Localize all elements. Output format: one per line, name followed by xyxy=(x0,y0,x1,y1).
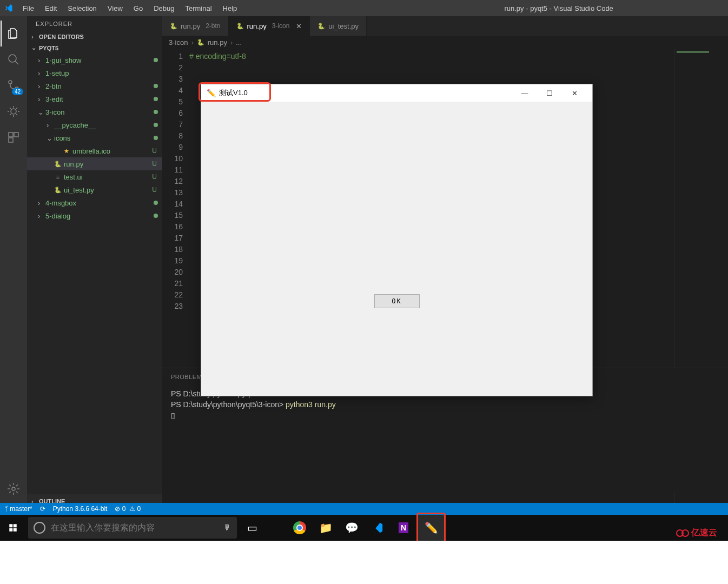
sidebar: EXPLORER OPEN EDITORS PYQT5 1-gui_show1-… xyxy=(27,16,162,508)
tree-label: 1-setup xyxy=(45,69,162,77)
scm-badge: 42 xyxy=(12,88,23,95)
minimize-button[interactable]: — xyxy=(512,84,537,102)
python-icon: 🐍 xyxy=(170,22,177,30)
gear-icon xyxy=(7,482,20,495)
tree-item-4-msgbox[interactable]: 4-msgbox xyxy=(27,196,162,209)
menu-debug[interactable]: Debug xyxy=(148,2,180,15)
tree-label: umbrella.ico xyxy=(72,147,150,155)
tree-item-1-gui-show[interactable]: 1-gui_show xyxy=(27,54,162,67)
activity-settings[interactable] xyxy=(1,476,27,502)
menu-terminal[interactable]: Terminal xyxy=(180,2,217,15)
modified-dot xyxy=(154,123,158,127)
open-editors-section[interactable]: OPEN EDITORS xyxy=(27,31,162,42)
pyqt-titlebar[interactable]: ✏️ 测试V1.0 — ☐ ✕ xyxy=(201,84,592,102)
status-sync[interactable]: ⟳ xyxy=(40,505,45,513)
tree-item-ui-test-py[interactable]: 🐍ui_test.pyU xyxy=(27,183,162,196)
svg-rect-4 xyxy=(9,132,13,137)
maximize-button[interactable]: ☐ xyxy=(537,84,562,102)
tree-item-2-btn[interactable]: 2-btn xyxy=(27,79,162,92)
search-placeholder: 在这里输入你要搜索的内容 xyxy=(51,522,217,534)
cortana-icon xyxy=(34,522,45,534)
status-python[interactable]: Python 3.6.6 64-bit xyxy=(53,505,108,513)
ui-icon: ≡ xyxy=(54,173,62,181)
activity-explorer[interactable] xyxy=(1,21,27,47)
python-icon: 🐍 xyxy=(54,186,62,194)
close-button[interactable]: ✕ xyxy=(562,84,587,102)
taskbar-app-running[interactable]: ✏️ xyxy=(418,515,444,541)
taskbar-search[interactable]: 在这里输入你要搜索的内容 🎙 xyxy=(28,517,237,539)
star-icon: ★ xyxy=(63,147,70,155)
taskbar-chrome[interactable] xyxy=(287,515,313,541)
sidebar-title: EXPLORER xyxy=(27,16,162,31)
breadcrumb-part[interactable]: 3-icon xyxy=(169,38,188,47)
taskbar-vscode[interactable] xyxy=(365,515,391,541)
breadcrumb-part[interactable]: ... xyxy=(236,38,242,47)
tab-filename: run.py xyxy=(181,22,200,30)
chevron-icon xyxy=(38,212,43,220)
menu-help[interactable]: Help xyxy=(217,2,243,15)
tab-folder: 2-btn xyxy=(206,22,220,30)
menu-edit[interactable]: Edit xyxy=(39,2,62,15)
chevron-icon xyxy=(47,134,52,142)
svg-rect-6 xyxy=(9,138,13,142)
close-icon[interactable]: ✕ xyxy=(296,22,302,30)
untracked-badge: U xyxy=(152,186,157,194)
svg-rect-5 xyxy=(14,132,18,137)
python-icon: 🐍 xyxy=(236,22,244,30)
watermark: 亿速云 xyxy=(676,527,717,539)
tree-item-test-ui[interactable]: ≡test.uiU xyxy=(27,170,162,183)
project-section[interactable]: PYQT5 xyxy=(27,42,162,54)
taskbar-explorer[interactable]: 📁 xyxy=(313,515,339,541)
chevron-icon xyxy=(38,108,43,116)
breadcrumb-part[interactable]: run.py xyxy=(208,38,227,47)
tree-item---pycache--[interactable]: __pycache__ xyxy=(27,118,162,131)
tree-item-icons[interactable]: icons xyxy=(27,131,162,144)
tab-run-py[interactable]: 🐍run.py2-btn xyxy=(162,16,229,36)
tree-item-3-icon[interactable]: 3-icon xyxy=(27,105,162,118)
tree-label: ui_test.py xyxy=(64,186,150,194)
status-problems[interactable]: ⊘ 0 ⚠ 0 xyxy=(115,505,141,513)
activity-search[interactable] xyxy=(1,47,27,72)
chevron-icon xyxy=(38,95,43,103)
tree-item-run-py[interactable]: 🐍run.pyU xyxy=(27,157,162,170)
tree-item-5-dialog[interactable]: 5-dialog xyxy=(27,209,162,222)
mic-icon[interactable]: 🎙 xyxy=(223,523,231,533)
taskbar-onenote[interactable]: N xyxy=(391,515,416,541)
tree-label: 3-icon xyxy=(45,108,151,116)
untracked-badge: U xyxy=(152,160,157,168)
chevron-icon xyxy=(38,199,43,207)
tree-item-1-setup[interactable]: 1-setup xyxy=(27,67,162,79)
editor-tabs: 🐍run.py2-btn🐍run.py3-icon✕🐍ui_test.py xyxy=(162,16,728,36)
start-button[interactable] xyxy=(0,515,26,541)
taskbar-highlight: ✏️ xyxy=(416,513,446,543)
untracked-badge: U xyxy=(152,147,157,155)
pencil-icon: ✏️ xyxy=(207,89,216,97)
tab-run-py[interactable]: 🐍run.py3-icon✕ xyxy=(229,16,310,36)
tree-label: 5-dialog xyxy=(45,212,151,220)
modified-dot xyxy=(154,84,158,88)
taskbar-wechat[interactable]: 💬 xyxy=(339,515,365,541)
menu-go[interactable]: Go xyxy=(128,2,148,15)
activity-extensions[interactable] xyxy=(1,124,27,150)
activity-debug[interactable] xyxy=(1,98,27,124)
statusbar: ᛘ master* ⟳ Python 3.6.6 64-bit ⊘ 0 ⚠ 0 xyxy=(0,503,728,515)
tree-item-3-edit[interactable]: 3-edit xyxy=(27,92,162,105)
window-title: run.py - pyqt5 - Visual Studio Code xyxy=(394,4,724,12)
status-branch[interactable]: ᛘ master* xyxy=(4,505,32,513)
task-view[interactable]: ▭ xyxy=(239,515,265,541)
chevron-icon xyxy=(38,82,43,90)
menu-file[interactable]: File xyxy=(17,2,39,15)
python-icon: 🐍 xyxy=(317,22,325,30)
breadcrumb[interactable]: 3-icon › 🐍 run.py › ... xyxy=(162,36,728,49)
tab-folder: 3-icon xyxy=(272,22,290,30)
ok-button[interactable]: OK xyxy=(374,294,420,308)
tab-ui_test-py[interactable]: 🐍ui_test.py xyxy=(310,16,367,36)
menu-selection[interactable]: Selection xyxy=(62,2,102,15)
menu-view[interactable]: View xyxy=(102,2,128,15)
svg-point-0 xyxy=(9,55,16,62)
tree-item-umbrella-ico[interactable]: ★umbrella.icoU xyxy=(27,144,162,157)
activity-scm[interactable]: 42 xyxy=(1,72,27,98)
titlebar: File Edit Selection View Go Debug Termin… xyxy=(0,0,728,16)
extensions-icon xyxy=(7,131,20,144)
modified-dot xyxy=(154,97,158,101)
